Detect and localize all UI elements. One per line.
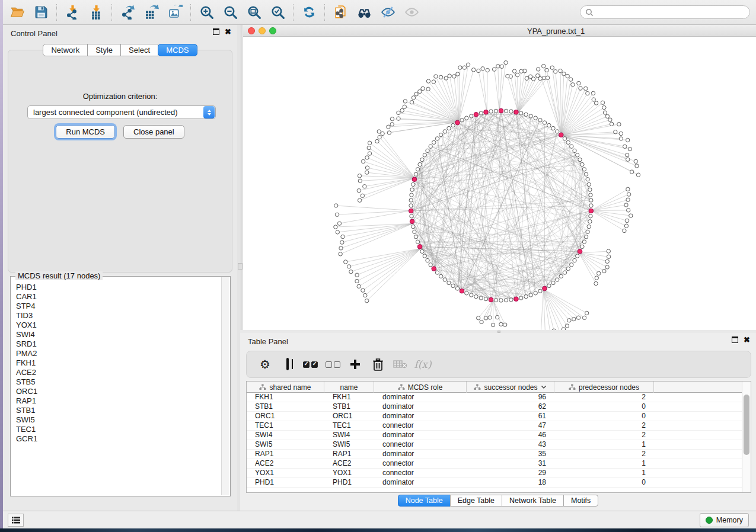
float-panel-icon[interactable] bbox=[732, 336, 738, 343]
column-header-successor-nodes[interactable]: successor nodes bbox=[467, 382, 554, 393]
mcds-result-title: MCDS result (17 nodes) bbox=[15, 271, 103, 280]
import-network-button[interactable] bbox=[60, 2, 84, 23]
table-row[interactable]: PHD1PHD1dominator180 bbox=[247, 478, 742, 488]
table-cell: 61 bbox=[467, 412, 554, 421]
mcds-result-item[interactable]: FKH1 bbox=[11, 358, 221, 368]
open-session-button[interactable] bbox=[5, 2, 29, 23]
table-row[interactable]: FKH1FKH1dominator962 bbox=[247, 393, 742, 402]
table-header-row: shared namenameMCDS rolesuccessor nodesp… bbox=[247, 382, 742, 393]
tab-network-table[interactable]: Network Table bbox=[502, 495, 564, 507]
column-header-predecessor-nodes[interactable]: predecessor nodes bbox=[554, 382, 654, 393]
table-row[interactable]: STB1STB1dominator620 bbox=[247, 402, 742, 412]
window-minimize-button[interactable] bbox=[259, 27, 266, 34]
export-image-button[interactable] bbox=[163, 2, 187, 23]
list-icon bbox=[11, 516, 21, 524]
column-header-empty bbox=[654, 382, 742, 393]
mcds-result-item[interactable]: GCR1 bbox=[11, 434, 221, 444]
column-header-MCDS-role[interactable]: MCDS role bbox=[374, 382, 467, 393]
table-row[interactable]: RAP1RAP1dominator352 bbox=[247, 450, 742, 459]
mcds-panel: Optimization criterion: largest connecte… bbox=[8, 50, 232, 273]
window-close-button[interactable] bbox=[248, 27, 255, 34]
save-session-button[interactable] bbox=[29, 2, 53, 23]
network-canvas[interactable] bbox=[243, 37, 756, 331]
mcds-result-item[interactable]: RAP1 bbox=[11, 396, 221, 406]
mcds-result-item[interactable]: TEC1 bbox=[11, 425, 221, 434]
close-panel-button[interactable]: Close panel bbox=[123, 125, 184, 139]
search-box bbox=[580, 5, 750, 19]
zoom-in-icon bbox=[199, 5, 214, 20]
table-row[interactable]: TEC1TEC1connector472 bbox=[247, 421, 742, 431]
show-column-panel-button[interactable] bbox=[276, 353, 299, 376]
table-row[interactable]: ACE2ACE2connector311 bbox=[247, 459, 742, 469]
mcds-result-item[interactable]: ACE2 bbox=[11, 368, 221, 377]
table-cell: 96 bbox=[467, 393, 554, 402]
tab-edge-table[interactable]: Edge Table bbox=[450, 495, 502, 507]
table-scrollbar[interactable] bbox=[742, 382, 751, 492]
table-row[interactable]: YOX1YOX1connector291 bbox=[247, 469, 742, 478]
mcds-result-item[interactable]: SWI5 bbox=[11, 415, 221, 425]
table-cell: dominator bbox=[374, 431, 467, 440]
zoom-selected-button[interactable] bbox=[266, 2, 289, 23]
mcds-result-item[interactable]: STB1 bbox=[11, 406, 221, 415]
find-button[interactable] bbox=[352, 2, 376, 23]
hide-selected-button[interactable] bbox=[376, 2, 400, 23]
scrollbar-thumb[interactable] bbox=[744, 395, 749, 455]
add-column-button[interactable] bbox=[344, 353, 366, 376]
tab-style[interactable]: Style bbox=[87, 44, 121, 56]
panel-menu-button[interactable] bbox=[8, 514, 24, 527]
tab-motifs[interactable]: Motifs bbox=[563, 495, 598, 507]
splitter-handle[interactable] bbox=[238, 263, 243, 270]
mcds-result-item[interactable]: PHD1 bbox=[11, 283, 221, 292]
zoom-fit-button[interactable] bbox=[242, 2, 266, 23]
export-network-button[interactable] bbox=[116, 2, 139, 23]
table-cell: 35 bbox=[467, 450, 554, 459]
delete-column-button[interactable] bbox=[366, 353, 389, 376]
table-row[interactable]: SWI5SWI5connector431 bbox=[247, 440, 742, 450]
run-mcds-button[interactable]: Run MCDS bbox=[56, 125, 115, 139]
mcds-result-item[interactable]: STB5 bbox=[11, 377, 221, 387]
memory-button[interactable]: Memory bbox=[700, 513, 749, 527]
column-header-name[interactable]: name bbox=[324, 382, 374, 393]
org-chart-icon bbox=[398, 384, 405, 390]
table-cell: connector bbox=[374, 459, 467, 468]
window-maximize-button[interactable] bbox=[269, 27, 276, 34]
result-list-scrollbar[interactable] bbox=[221, 277, 229, 495]
tab-node-table[interactable]: Node Table bbox=[398, 495, 451, 507]
table-settings-button[interactable]: ⚙ bbox=[254, 353, 276, 376]
table-cell: SWI5 bbox=[247, 440, 324, 449]
optimization-criterion-label: Optimization criterion: bbox=[8, 92, 232, 101]
table-cell: 0 bbox=[554, 412, 654, 421]
gear-icon: ⚙ bbox=[260, 358, 270, 371]
mcds-result-item[interactable]: SRD1 bbox=[11, 339, 221, 349]
mcds-result-item[interactable]: ORC1 bbox=[11, 387, 221, 396]
close-panel-icon[interactable]: ✖ bbox=[744, 336, 750, 343]
zoom-in-button[interactable] bbox=[194, 2, 218, 23]
table-cell: 2 bbox=[554, 431, 654, 440]
org-chart-icon bbox=[259, 384, 266, 390]
tab-select[interactable]: Select bbox=[120, 44, 158, 56]
table-cell: dominator bbox=[374, 450, 467, 459]
import-table-button[interactable] bbox=[84, 2, 108, 23]
mcds-result-item[interactable]: SWI4 bbox=[11, 330, 221, 339]
mcds-result-item[interactable]: STP4 bbox=[11, 302, 221, 311]
tab-network[interactable]: Network bbox=[43, 44, 88, 56]
export-table-button[interactable] bbox=[139, 2, 163, 23]
criterion-dropdown[interactable]: largest connected component (undirected) bbox=[27, 105, 216, 119]
deselect-all-button[interactable] bbox=[321, 353, 344, 376]
mcds-result-item[interactable]: YOX1 bbox=[11, 321, 221, 330]
search-input[interactable] bbox=[596, 7, 745, 18]
table-row[interactable]: ORC1ORC1dominator610 bbox=[247, 412, 742, 421]
refresh-layout-button[interactable] bbox=[297, 2, 321, 23]
tab-mcds[interactable]: MCDS bbox=[158, 44, 197, 56]
clone-network-button[interactable] bbox=[328, 2, 352, 23]
close-panel-icon[interactable]: ✖ bbox=[225, 28, 231, 35]
mcds-result-item[interactable]: CAR1 bbox=[11, 292, 221, 302]
column-header-shared-name[interactable]: shared name bbox=[247, 382, 324, 393]
select-all-button[interactable] bbox=[299, 353, 321, 376]
table-row[interactable]: SWI4SWI4dominator462 bbox=[247, 431, 742, 440]
mcds-result-item[interactable]: TID3 bbox=[11, 311, 221, 321]
mcds-result-item[interactable]: PMA2 bbox=[11, 349, 221, 358]
float-panel-icon[interactable] bbox=[213, 28, 219, 35]
zoom-out-button[interactable] bbox=[218, 2, 242, 23]
table-panel: Table Panel ✖ ⚙f(x) shared namenameMCDS … bbox=[240, 333, 756, 511]
